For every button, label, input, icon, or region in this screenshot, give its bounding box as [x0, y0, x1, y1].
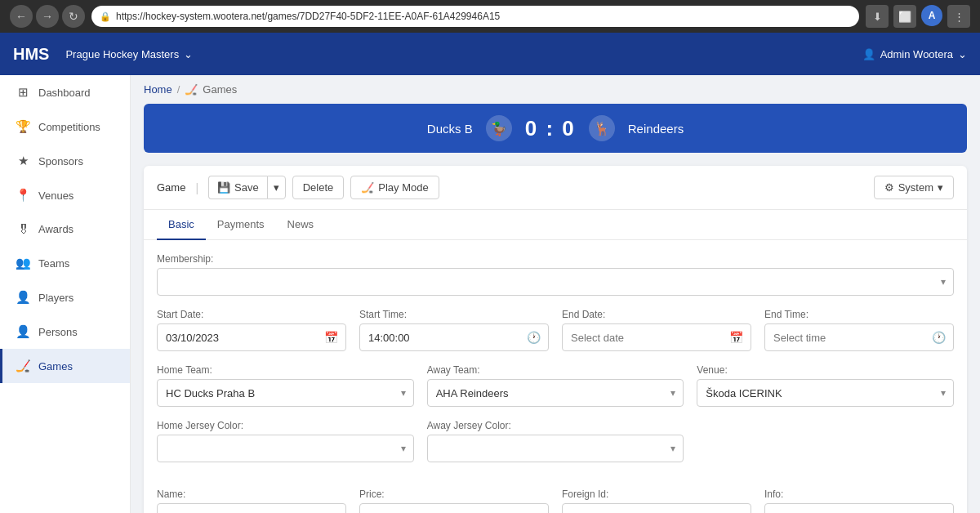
competitions-icon: 🏆 [16, 119, 30, 134]
play-mode-button[interactable]: 🏒 Play Mode [350, 176, 439, 199]
sidebar-label-venues: Venues [38, 190, 74, 202]
away-team-label: Away Team: [427, 364, 684, 376]
org-name: Prague Hockey Masters [65, 48, 179, 60]
venue-select[interactable]: Škoda ICERINK [697, 379, 954, 407]
tab-payments[interactable]: Payments [206, 210, 276, 240]
home-jersey-label: Home Jersey Color: [157, 420, 414, 431]
price-label: Price: [359, 488, 549, 500]
play-mode-icon: 🏒 [361, 181, 374, 194]
jersey-row: Home Jersey Color: Away Jersey Color: [157, 420, 954, 462]
save-chevron-icon: ▾ [274, 181, 279, 194]
home-team-select[interactable]: HC Ducks Praha B [157, 379, 414, 407]
name-group: Name: [157, 488, 346, 513]
persons-icon: 👤 [16, 324, 30, 339]
system-gear-icon: ⚙ [884, 181, 894, 194]
end-time-group: End Time: 🕐 [764, 309, 954, 351]
sidebar-label-dashboard: Dashboard [38, 87, 91, 99]
user-icon: 👤 [862, 48, 875, 60]
breadcrumb-home[interactable]: Home [144, 83, 172, 96]
info-group: Info: [764, 488, 954, 513]
away-team-select[interactable]: AHA Reindeers [427, 379, 684, 407]
toolbar-separator: | [195, 181, 198, 194]
calendar-icon: 📅 [324, 331, 338, 344]
sidebar-item-teams[interactable]: 👥 Teams [0, 246, 130, 280]
form-body: Membership: Start Date: 📅 [144, 240, 967, 513]
save-button[interactable]: 💾 Save [208, 176, 267, 199]
play-mode-label: Play Mode [378, 181, 428, 194]
save-dropdown-button[interactable]: ▾ [267, 176, 286, 199]
end-date-input[interactable] [562, 323, 751, 351]
membership-row: Membership: [157, 253, 954, 296]
sidebar-item-games[interactable]: 🏒 Games [0, 349, 130, 383]
user-menu[interactable]: 👤 Admin Wootera ⌄ [862, 48, 967, 60]
toolbar: Game | 💾 Save ▾ Delete [144, 166, 967, 210]
sidebar-item-sponsors[interactable]: ★ Sponsors [0, 144, 130, 178]
start-time-input[interactable] [359, 323, 549, 351]
back-button[interactable]: ← [10, 5, 33, 28]
score-display: 0 : 0 [525, 116, 576, 141]
download-icon: ⬇ [866, 5, 889, 28]
main-card: Game | 💾 Save ▾ Delete [144, 166, 967, 513]
delete-button[interactable]: Delete [292, 176, 345, 199]
sidebar-item-persons[interactable]: 👤 Persons [0, 314, 130, 349]
sidebar-item-venues[interactable]: 📍 Venues [0, 178, 130, 212]
membership-select[interactable] [157, 268, 954, 296]
sidebar-item-awards[interactable]: 🎖 Awards [0, 212, 130, 246]
sidebar-item-players[interactable]: 👤 Players [0, 280, 130, 314]
breadcrumb-section: Games [203, 83, 237, 96]
info-label: Info: [764, 488, 954, 500]
score-banner: Ducks B 🦆 0 : 0 🦌 Reindeers [144, 104, 967, 153]
away-team-icon: 🦌 [589, 115, 615, 141]
breadcrumb-separator: / [177, 83, 180, 96]
home-team-select-wrapper: HC Ducks Praha B [157, 379, 414, 407]
home-jersey-select[interactable] [157, 435, 414, 462]
sidebar-label-persons: Persons [38, 326, 78, 338]
menu-icon[interactable]: ⋮ [947, 5, 970, 28]
start-time-label: Start Time: [359, 309, 549, 320]
save-icon: 💾 [217, 181, 230, 194]
url-bar[interactable]: 🔒 https://hockey-system.wootera.net/game… [91, 6, 859, 27]
end-time-label: End Time: [764, 309, 954, 320]
away-team-select-wrapper: AHA Reindeers [427, 379, 684, 407]
forward-button[interactable]: → [36, 5, 59, 28]
price-input[interactable] [359, 503, 549, 513]
tab-news[interactable]: News [276, 210, 326, 240]
dashboard-icon: ⊞ [16, 85, 30, 100]
away-score: 0 [562, 116, 575, 141]
foreign-id-label: Foreign Id: [562, 488, 751, 500]
tab-basic[interactable]: Basic [157, 210, 206, 240]
venue-label: Venue: [697, 364, 954, 376]
sidebar-label-teams: Teams [38, 257, 69, 270]
foreign-id-group: Foreign Id: [562, 488, 751, 513]
end-date-calendar-icon: 📅 [729, 331, 743, 344]
home-score: 0 [525, 116, 538, 141]
sidebar-item-dashboard[interactable]: ⊞ Dashboard [0, 75, 130, 109]
info-input[interactable] [764, 503, 954, 513]
browser-chrome: ← → ↻ 🔒 https://hockey-system.wootera.ne… [0, 0, 980, 33]
name-input[interactable] [157, 503, 346, 513]
name-price-row: Name: Price: Kč Foreign Id: [157, 488, 954, 513]
home-team-group: Home Team: HC Ducks Praha B [157, 364, 414, 407]
end-time-input[interactable] [764, 323, 954, 351]
sidebar-label-games: Games [38, 360, 73, 372]
system-chevron-icon: ▾ [938, 181, 943, 194]
org-selector[interactable]: Prague Hockey Masters ⌄ [65, 48, 193, 60]
navbar: HMS Prague Hockey Masters ⌄ 👤 Admin Woot… [0, 33, 980, 75]
breadcrumb-icon: 🏒 [185, 83, 198, 96]
sidebar-label-sponsors: Sponsors [38, 155, 83, 167]
players-icon: 👤 [16, 290, 30, 305]
system-button[interactable]: ⚙ System ▾ [874, 176, 954, 199]
tabs: Basic Payments News [144, 210, 967, 240]
sidebar-item-competitions[interactable]: 🏆 Competitions [0, 109, 130, 144]
time-icon: 🕐 [527, 331, 541, 344]
foreign-id-input[interactable] [562, 503, 751, 513]
home-jersey-select-wrapper [157, 435, 414, 462]
venue-group: Venue: Škoda ICERINK [697, 364, 954, 407]
refresh-button[interactable]: ↻ [62, 5, 85, 28]
away-jersey-select[interactable] [427, 435, 684, 462]
end-date-input-wrapper: 📅 [562, 323, 751, 351]
sidebar-label-players: Players [38, 292, 74, 304]
start-date-input[interactable] [157, 323, 346, 351]
home-team-name: Ducks B [427, 122, 473, 136]
name-label: Name: [157, 488, 346, 500]
